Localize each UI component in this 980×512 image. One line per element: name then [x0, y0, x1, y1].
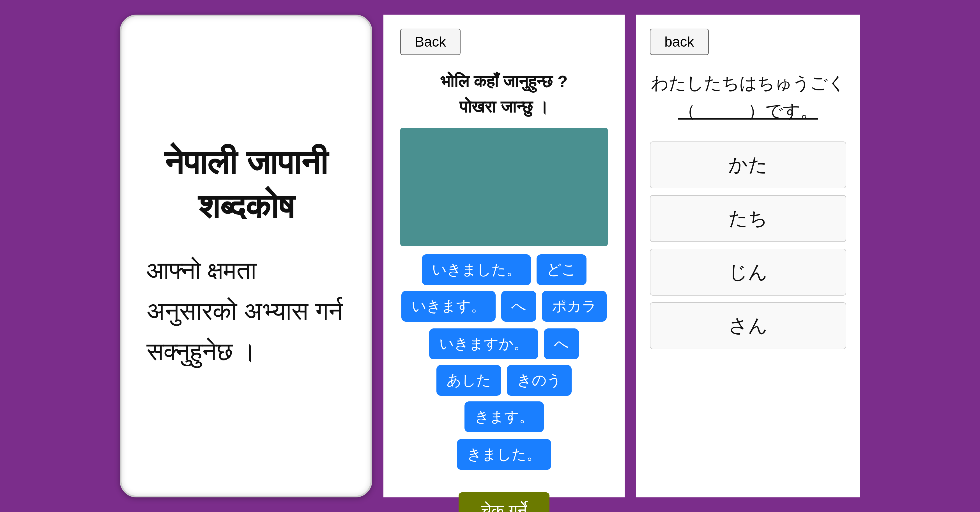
choice-san[interactable]: さん [650, 302, 846, 349]
app-subtitle: आफ्नो क्षमता अनुसारको अभ्यास गर्न सक्नुह… [147, 250, 345, 372]
word-row-3: きました。 [400, 439, 608, 470]
word-btn-ikimasu[interactable]: いきます。 [401, 291, 496, 322]
choice-kata[interactable]: かた [650, 142, 846, 188]
middle-card: Back भोलि कहाँ जानुहुन्छ ? पोखरा जान्छु … [383, 14, 625, 498]
sentence-part1: わたしたちはちゅうごく [651, 73, 845, 93]
word-btn-kimashita[interactable]: きました。 [457, 439, 551, 470]
sentence-part2: （＿＿＿）です。 [678, 101, 818, 120]
question-line2: पोखरा जान्छु । [460, 97, 548, 116]
right-card: back わたしたちはちゅうごく （＿＿＿）です。 かた たち じん さん [636, 14, 860, 498]
word-btn-ashita[interactable]: あした [436, 365, 501, 396]
back-button[interactable]: Back [400, 29, 461, 55]
choice-tachi[interactable]: たち [650, 195, 846, 242]
choice-jin[interactable]: じん [650, 249, 846, 295]
word-btn-ikimasu-ka[interactable]: いきますか。 [429, 329, 538, 359]
word-btn-ikimashita[interactable]: いきました。 [422, 254, 531, 285]
app-title: नेपाली जापानी शब्दकोष [147, 140, 345, 228]
right-back-button[interactable]: back [650, 29, 709, 55]
word-btn-doko[interactable]: どこ [536, 254, 587, 285]
question-text: भोलि कहाँ जानुहुन्छ ? पोखरा जान्छु । [400, 69, 608, 120]
word-btn-kinou[interactable]: きのう [507, 365, 572, 396]
answer-area [400, 128, 608, 246]
left-card: नेपाली जापानी शब्दकोष आफ्नो क्षमता अनुसा… [120, 14, 372, 498]
word-btn-he2[interactable]: へ [544, 329, 579, 359]
check-button[interactable]: चेक गर्ने [458, 492, 549, 512]
word-btn-he1[interactable]: へ [501, 291, 536, 322]
question-line1: भोलि कहाँ जानुहुन्छ ? [441, 72, 568, 91]
choices-area: かた たち じん さん [650, 142, 846, 349]
word-buttons-area: いきました。 どこ いきます。 へ ポカラ いきますか。 へ あした きのう き… [400, 254, 608, 470]
word-btn-kimasu[interactable]: きます。 [465, 401, 544, 432]
word-btn-pokara[interactable]: ポカラ [542, 291, 607, 322]
word-row-1: いきました。 どこ いきます。 へ ポカラ [400, 254, 608, 322]
word-row-2: いきますか。 へ あした きのう きます。 [400, 329, 608, 432]
fill-sentence: わたしたちはちゅうごく （＿＿＿）です。 [650, 69, 846, 124]
